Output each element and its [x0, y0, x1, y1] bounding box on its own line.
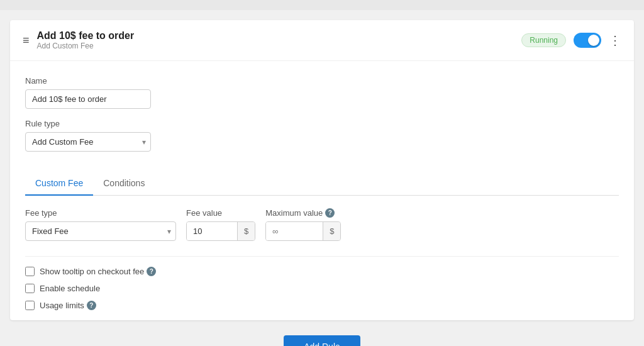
name-label: Name	[25, 76, 619, 86]
name-field-group: Name	[25, 76, 619, 109]
fee-type-select[interactable]: Fixed Fee Percentage Fee	[25, 221, 176, 241]
fee-value-label: Fee value	[186, 208, 255, 218]
enable-toggle[interactable]	[574, 33, 601, 48]
toggle-thumb	[588, 35, 599, 46]
divider	[25, 256, 619, 257]
usage-checkbox[interactable]	[25, 301, 35, 310]
header-right: ⋮	[574, 33, 621, 48]
tooltip-checkbox[interactable]	[25, 267, 35, 276]
more-options-icon[interactable]: ⋮	[609, 34, 621, 47]
checkbox-row-usage[interactable]: Usage limits ?	[25, 301, 619, 310]
checkboxes-section: Show tooltip on checkout fee ? Enable sc…	[10, 267, 634, 310]
fee-type-select-wrapper: Fixed Fee Percentage Fee ▾	[25, 221, 176, 241]
status-badge: Running	[521, 33, 566, 47]
tooltip-label: Show tooltip on checkout fee ?	[40, 267, 156, 276]
hamburger-icon[interactable]: ≡	[23, 35, 30, 46]
add-rule-button[interactable]: Add Rule	[284, 335, 360, 346]
tab-conditions[interactable]: Conditions	[93, 172, 155, 196]
usage-label: Usage limits ?	[40, 301, 96, 310]
schedule-label: Enable schedule	[40, 284, 100, 293]
rule-type-label: Rule type	[25, 119, 619, 128]
tab-content-custom-fee: Fee type Fixed Fee Percentage Fee ▾ Fee …	[10, 196, 634, 246]
rule-type-select[interactable]: Add Custom Fee Add Percentage Fee	[25, 132, 151, 152]
name-input[interactable]	[25, 89, 151, 109]
page-title: Add 10$ fee to order	[37, 30, 514, 42]
page-subtitle: Add Custom Fee	[37, 42, 514, 50]
card-header: ≡ Add 10$ fee to order Add Custom Fee Ru…	[10, 20, 634, 61]
max-value-field: Maximum value ? $	[265, 208, 341, 241]
tabs-container: Custom Fee Conditions	[25, 172, 619, 196]
usage-help-icon[interactable]: ?	[87, 301, 96, 310]
card-body: Name Rule type Add Custom Fee Add Percen…	[10, 61, 634, 167]
checkbox-row-schedule[interactable]: Enable schedule	[25, 284, 619, 293]
fee-value-field: Fee value $	[186, 208, 255, 241]
max-value-help-icon[interactable]: ?	[325, 208, 335, 218]
rule-type-field-group: Rule type Add Custom Fee Add Percentage …	[25, 119, 619, 152]
bottom-bar: Add Rule	[274, 325, 370, 346]
checkbox-row-tooltip[interactable]: Show tooltip on checkout fee ?	[25, 267, 619, 276]
max-value-input-group: $	[265, 221, 341, 241]
main-card: ≡ Add 10$ fee to order Add Custom Fee Ru…	[10, 20, 634, 320]
fee-row: Fee type Fixed Fee Percentage Fee ▾ Fee …	[25, 208, 619, 241]
tab-custom-fee[interactable]: Custom Fee	[25, 172, 93, 196]
fee-type-label: Fee type	[25, 208, 176, 218]
header-title-group: Add 10$ fee to order Add Custom Fee	[37, 30, 514, 50]
page-wrapper: ≡ Add 10$ fee to order Add Custom Fee Ru…	[0, 10, 644, 346]
max-currency-addon: $	[323, 222, 340, 240]
fee-type-field: Fee type Fixed Fee Percentage Fee ▾	[25, 208, 176, 241]
rule-type-select-wrapper: Add Custom Fee Add Percentage Fee ▾	[25, 132, 151, 152]
tooltip-help-icon[interactable]: ?	[147, 267, 156, 276]
fee-currency-addon: $	[237, 222, 255, 240]
schedule-checkbox[interactable]	[25, 284, 35, 293]
fee-value-input-group: $	[186, 221, 255, 241]
fee-value-input[interactable]	[187, 222, 237, 240]
max-value-label: Maximum value ?	[265, 208, 341, 218]
max-value-input[interactable]	[266, 222, 323, 240]
